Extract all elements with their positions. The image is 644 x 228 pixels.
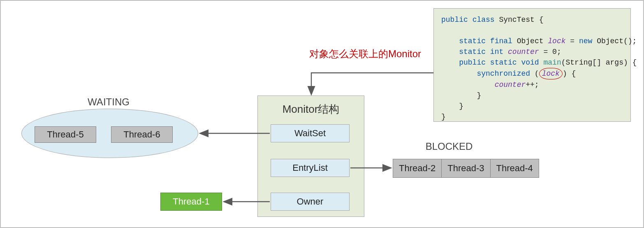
code-params: (String[] args)	[561, 58, 628, 67]
code-panel: public class SyncTest { static final Obj…	[433, 8, 631, 122]
code-kw: public	[441, 16, 468, 24]
arrow-lock-to-monitor	[311, 73, 433, 94]
code-kw: static	[459, 37, 486, 45]
code-inc: ++;	[526, 81, 539, 89]
code-var: counter	[508, 48, 539, 56]
code-kw: class	[473, 16, 495, 24]
code-kw: static	[490, 58, 517, 67]
annotation-label: 对象怎么关联上的Monitor	[309, 47, 441, 60]
owner-thread-box: Thread-1	[160, 193, 222, 211]
blocked-thread-cell: Thread-3	[442, 159, 490, 177]
code-kw: int	[490, 48, 503, 56]
waiting-label: WAITING	[84, 96, 133, 108]
blocked-thread-cell: Thread-2	[393, 159, 442, 177]
code-kw: public	[459, 58, 486, 67]
code-var: lock	[542, 70, 560, 78]
lock-circle-icon: lock	[539, 68, 563, 79]
waiting-thread-box: Thread-5	[35, 126, 96, 143]
blocked-label: BLOCKED	[424, 140, 474, 153]
code-method: main	[544, 58, 561, 67]
code-literal: 0	[552, 48, 557, 56]
code-kw: void	[521, 58, 539, 67]
monitor-slot-waitset: WaitSet	[271, 124, 350, 142]
code-type: Object	[517, 37, 544, 45]
monitor-slot-owner: Owner	[271, 193, 350, 211]
blocked-row: Thread-2 Thread-3 Thread-4	[393, 159, 539, 178]
waiting-thread-box: Thread-6	[111, 126, 173, 143]
code-ctor: Object()	[597, 37, 632, 45]
code-kw: static	[459, 48, 486, 56]
code-kw: new	[579, 37, 592, 45]
code-var: lock	[548, 37, 565, 45]
code-ident: SyncTest	[499, 16, 534, 24]
monitor-slot-entrylist: EntryList	[271, 159, 350, 177]
code-var: counter	[495, 81, 526, 89]
monitor-title: Monitor结构	[257, 102, 364, 116]
diagram-canvas: WAITING Thread-5 Thread-6 Monitor结构 Wait…	[0, 0, 644, 228]
blocked-thread-cell: Thread-4	[491, 159, 539, 177]
code-kw: final	[490, 37, 512, 45]
code-kw: synchronized	[477, 70, 530, 78]
